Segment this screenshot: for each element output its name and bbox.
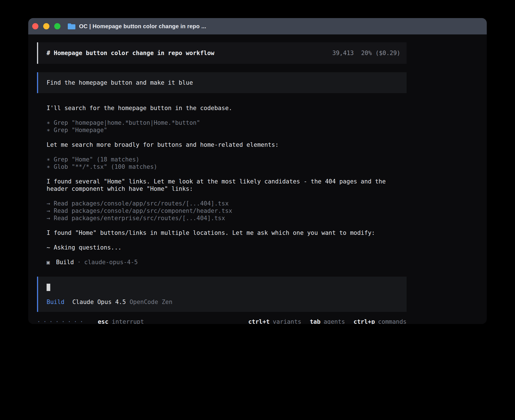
traffic-lights [32, 23, 60, 29]
spinner-dots-icon: ········ [37, 318, 86, 324]
esc-key-label: interrupt [112, 318, 144, 324]
input-status-line: Build Claude Opus 4.5 OpenCode Zen [47, 298, 407, 306]
tool-call-read: → Read packages/enterprise/src/routes/[.… [47, 215, 407, 222]
agent-separator: · [77, 259, 81, 266]
status-bar-right: ctrl+t variants tab agents ctrl+p comman… [248, 318, 407, 324]
model-label[interactable]: Claude Opus 4.5 [72, 298, 126, 306]
prompt-input[interactable]: Build Claude Opus 4.5 OpenCode Zen [37, 277, 407, 312]
session-title: # Homepage button color change in repo w… [47, 49, 214, 57]
token-count: 39,413 [332, 49, 354, 57]
minimize-button-icon[interactable] [43, 23, 49, 29]
tool-call-grep: ∗ Grep "homepage|home.*button|Home.*butt… [47, 119, 407, 126]
esc-key-hint: esc [98, 318, 108, 324]
zoom-button-icon[interactable] [54, 23, 60, 29]
agent-icon: ▣ [47, 259, 50, 266]
assistant-paragraph: I found several "Home" links. Let me loo… [47, 178, 407, 193]
tool-call-group: ∗ Grep "Home" (18 matches) ∗ Glob "**/*.… [47, 156, 407, 170]
agent-model: claude-opus-4-5 [84, 259, 138, 266]
status-bar: ········ esc interrupt ctrl+t variants t… [37, 318, 407, 324]
folder-icon [68, 23, 75, 29]
hint-label: variants [273, 318, 301, 324]
asking-questions-status: ~ Asking questions... [47, 244, 407, 251]
hint-agents: tab agents [310, 318, 345, 324]
assistant-paragraph: Let me search more broadly for buttons a… [47, 141, 407, 148]
hint-key: ctrl+p [353, 318, 375, 324]
terminal-content: # Homepage button color change in repo w… [28, 34, 487, 324]
close-button-icon[interactable] [32, 23, 38, 29]
agent-name: Build [56, 259, 74, 266]
tool-call-grep: ∗ Grep "Home" (18 matches) [47, 156, 407, 163]
session-header: # Homepage button color change in repo w… [37, 42, 407, 64]
text-cursor [47, 284, 50, 291]
user-message: Find the homepage button and make it blu… [37, 72, 407, 93]
hint-commands: ctrl+p commands [353, 318, 407, 324]
status-bar-left: ········ esc interrupt [37, 318, 144, 324]
hint-key: tab [310, 318, 320, 324]
context-usage: 20% ($0.29) [361, 49, 400, 57]
assistant-response: I'll search for the homepage button in t… [37, 93, 407, 266]
hint-label: agents [324, 318, 345, 324]
hint-key: ctrl+t [248, 318, 270, 324]
tool-call-read: → Read packages/console/app/src/routes/[… [47, 200, 407, 207]
tool-call-group: → Read packages/console/app/src/routes/[… [47, 200, 407, 222]
tool-call-group: ∗ Grep "homepage|home.*button|Home.*butt… [47, 119, 407, 134]
session-stats: 39,413 20% ($0.29) [332, 49, 400, 57]
mode-label[interactable]: Build [47, 298, 64, 306]
hint-variants: ctrl+t variants [248, 318, 301, 324]
titlebar[interactable]: OC | Homepage button color change in rep… [28, 18, 487, 34]
tool-call-read: → Read packages/console/app/src/componen… [47, 207, 407, 215]
window-title: OC | Homepage button color change in rep… [79, 23, 206, 30]
tool-call-grep: ∗ Grep "Homepage" [47, 126, 407, 134]
terminal-window: OC | Homepage button color change in rep… [28, 18, 487, 324]
assistant-paragraph: I'll search for the homepage button in t… [47, 104, 407, 112]
user-message-text: Find the homepage button and make it blu… [47, 79, 193, 86]
assistant-paragraph: I found "Home" buttons/links in multiple… [47, 229, 407, 237]
hint-label: commands [378, 318, 407, 324]
provider-label: OpenCode Zen [130, 298, 173, 306]
tool-call-glob: ∗ Glob "**/*.tsx" (100 matches) [47, 163, 407, 170]
agent-status-line: ▣ Build · claude-opus-4-5 [47, 259, 407, 266]
